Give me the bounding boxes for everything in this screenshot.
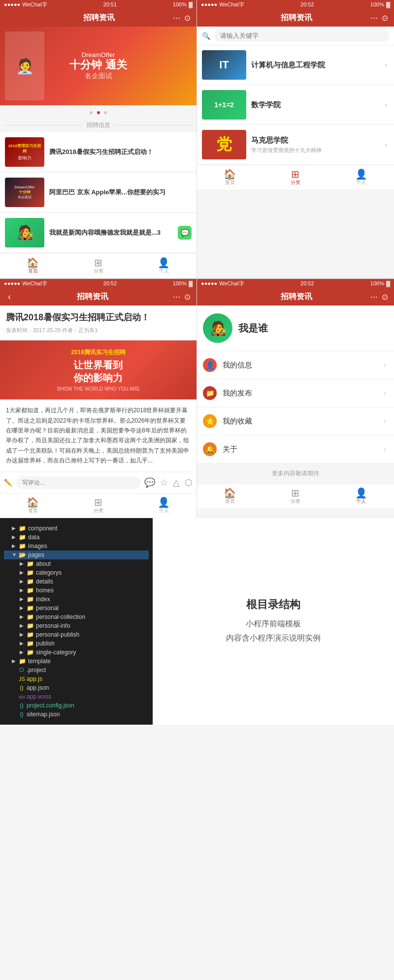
scan-icon-1[interactable]: ⊙ xyxy=(184,13,191,23)
collect-icon: ⭐ xyxy=(203,414,217,428)
arrow-personal: ▶ xyxy=(20,605,26,611)
more-content-text: 更多内容敬请期待 xyxy=(197,463,394,484)
dot-2[interactable] xyxy=(97,111,100,114)
publish-icon: 📁 xyxy=(203,386,217,400)
about-label: 关于 xyxy=(223,445,384,454)
more-icon-2[interactable]: ··· xyxy=(370,13,378,23)
news-item-3[interactable]: 🧑‍🎤 我就是新闻内容哦撸德发我就是就是...3 💬 xyxy=(0,213,197,253)
tree-item-data[interactable]: ▶ 📁 data xyxy=(4,533,149,542)
tree-item-sitemap[interactable]: ▶ {} sitemap.json xyxy=(4,710,149,719)
time-label-1: 20:51 xyxy=(103,1,117,7)
file-tree-section: ▶ 📁 component ▶ 📁 data ▶ 📁 images ▼ 📂 pa… xyxy=(0,518,394,725)
tree-label-appwxss: app.wxss xyxy=(27,693,51,700)
tree-item-project[interactable]: ▶ ⬡ .project xyxy=(4,666,149,674)
battery-icon-3: ▓ xyxy=(189,280,193,286)
folder-icon-about: 📁 xyxy=(27,560,34,567)
tree-item-personal-publish[interactable]: ▶ 📁 personal-publish xyxy=(4,630,149,639)
tree-item-details[interactable]: ▶ 📁 details xyxy=(4,577,149,586)
file-icon-appjson: {} xyxy=(19,685,25,691)
category-item-marx[interactable]: 党 马克思学院 学习宣传贯彻党的十九大精神 › xyxy=(197,125,394,165)
file-icon-projectconfig: {} xyxy=(19,703,25,708)
nav-personal-label-2: 个人 xyxy=(356,179,366,186)
tree-item-single-category[interactable]: ▶ 📁 single-category xyxy=(4,648,149,657)
nav-home-4[interactable]: 🏠 首页 xyxy=(197,484,263,508)
arrow-images: ▶ xyxy=(12,543,18,549)
menu-item-info[interactable]: 👤 我的信息 › xyxy=(197,351,394,379)
battery-icon-2: ▓ xyxy=(386,1,390,7)
marx-info: 马克思学院 学习宣传贯彻党的十九大精神 xyxy=(246,136,385,154)
tree-item-appjson[interactable]: ▶ {} app.json xyxy=(4,683,149,692)
news-thumb-3: 🧑‍🎤 xyxy=(5,218,44,247)
share-icon[interactable]: ⬡ xyxy=(185,477,193,488)
tree-item-personal-collection[interactable]: ▶ 📁 personal-collection xyxy=(4,612,149,621)
article-banner: 2018腾讯实习生招聘 让世界看到 你的影响力 SHOW THE WORLD W… xyxy=(0,340,197,399)
tree-item-publish[interactable]: ▶ 📁 publish xyxy=(4,639,149,648)
nav-personal-3[interactable]: 👤 个人 xyxy=(131,494,197,518)
scan-icon-2[interactable]: ⊙ xyxy=(382,13,388,23)
tree-item-personal[interactable]: ▶ 📁 personal xyxy=(4,604,149,612)
nav-personal-4[interactable]: 👤 个人 xyxy=(328,484,394,508)
nav-personal-1[interactable]: 👤 个人 xyxy=(131,254,197,278)
nav-home-2[interactable]: 🏠 首页 xyxy=(197,165,263,189)
tree-item-images[interactable]: ▶ 📁 images xyxy=(4,542,149,551)
nav-personal-2[interactable]: 👤 个人 xyxy=(328,165,394,189)
arrow-template: ▶ xyxy=(12,658,18,664)
scan-icon-3[interactable]: ⊙ xyxy=(184,292,191,302)
tree-item-projectconfig[interactable]: ▶ {} project.config.json xyxy=(4,701,149,710)
tree-item-pages[interactable]: ▼ 📂 pages xyxy=(4,551,149,559)
tree-item-appwxss[interactable]: ▶ wx app.wxss xyxy=(4,692,149,701)
dot-1[interactable] xyxy=(90,111,93,114)
comment-input[interactable] xyxy=(16,476,140,489)
it-name: 计算机与信息工程学院 xyxy=(251,61,385,70)
arrow-categorys: ▶ xyxy=(20,570,26,575)
tree-item-component[interactable]: ▶ 📁 component xyxy=(4,524,149,533)
search-input[interactable] xyxy=(214,30,389,42)
category-item-math[interactable]: 1+1=2 数学学院 › xyxy=(197,85,394,125)
tree-item-template[interactable]: ▶ 📁 template xyxy=(4,657,149,666)
article-banner-line1: 2018腾讯实习生招聘 xyxy=(57,348,140,357)
more-icon-1[interactable]: ··· xyxy=(173,13,180,23)
news-text-1: 腾讯2018暑假实习生招聘正式启动！ xyxy=(44,148,192,156)
nav-category-label-3: 分类 xyxy=(94,507,103,514)
nav-home-1[interactable]: 🏠 首页 xyxy=(0,254,66,278)
news-item-1[interactable]: 2018管理实习生招聘 影响力 腾讯2018暑假实习生招聘正式启动！ xyxy=(0,132,197,172)
star-icon[interactable]: ☆ xyxy=(160,477,168,488)
tree-item-appjs[interactable]: ▶ JS app.js xyxy=(4,674,149,683)
more-icon-3[interactable]: ··· xyxy=(173,292,180,302)
folder-icon-publish: 📁 xyxy=(27,640,34,647)
arrow-about: ▶ xyxy=(20,561,26,566)
tree-label-personal-publish: personal-publish xyxy=(36,631,79,638)
file-tree: ▶ 📁 component ▶ 📁 data ▶ 📁 images ▼ 📂 pa… xyxy=(0,518,153,725)
nav-category-2[interactable]: ⊞ 分类 xyxy=(263,165,328,189)
back-button[interactable]: ‹ xyxy=(6,292,13,302)
arrow-homes: ▶ xyxy=(20,587,26,593)
nav-category-1[interactable]: ⊞ 分类 xyxy=(66,254,131,278)
warning-icon[interactable]: △ xyxy=(173,477,180,488)
nav-category-4[interactable]: ⊞ 分类 xyxy=(263,484,328,508)
battery-icon-4: ▓ xyxy=(386,280,390,286)
nav-category-3[interactable]: ⊞ 分类 xyxy=(66,494,131,518)
chevron-it: › xyxy=(385,61,389,69)
tree-item-personal-info[interactable]: ▶ 📁 personal-info xyxy=(4,621,149,630)
menu-item-about[interactable]: 🔔 关于 › xyxy=(197,435,394,463)
tree-label-personal-collection: personal-collection xyxy=(36,613,85,620)
tree-label-personal: personal xyxy=(36,605,59,612)
tree-item-index[interactable]: ▶ 📁 index xyxy=(4,595,149,604)
tree-item-categorys[interactable]: ▶ 📁 categorys xyxy=(4,568,149,577)
search-icon: 🔍 xyxy=(202,32,210,40)
dot-3[interactable] xyxy=(104,111,107,114)
comment-icon[interactable]: 💬 xyxy=(144,477,155,488)
menu-item-collect[interactable]: ⭐ 我的收藏 › xyxy=(197,407,394,435)
arrow-details: ▶ xyxy=(20,579,26,584)
scan-icon-4[interactable]: ⊙ xyxy=(382,292,388,302)
news-item-2[interactable]: DreamOffer 十分钟 名企面试 阿里巴巴 京东 Apple苹果...你想… xyxy=(0,173,197,213)
news-thumb-2: DreamOffer 十分钟 名企面试 xyxy=(5,178,44,207)
nav-home-3[interactable]: 🏠 首页 xyxy=(0,494,66,518)
category-item-it[interactable]: IT 计算机与信息工程学院 › xyxy=(197,45,394,85)
chevron-marx: › xyxy=(385,140,389,149)
tree-item-about[interactable]: ▶ 📁 about xyxy=(4,559,149,568)
tree-item-homes[interactable]: ▶ 📁 homes xyxy=(4,586,149,595)
tree-label-single-category: single-category xyxy=(36,649,76,656)
more-icon-4[interactable]: ··· xyxy=(370,292,378,302)
menu-item-publish[interactable]: 📁 我的发布 › xyxy=(197,379,394,407)
